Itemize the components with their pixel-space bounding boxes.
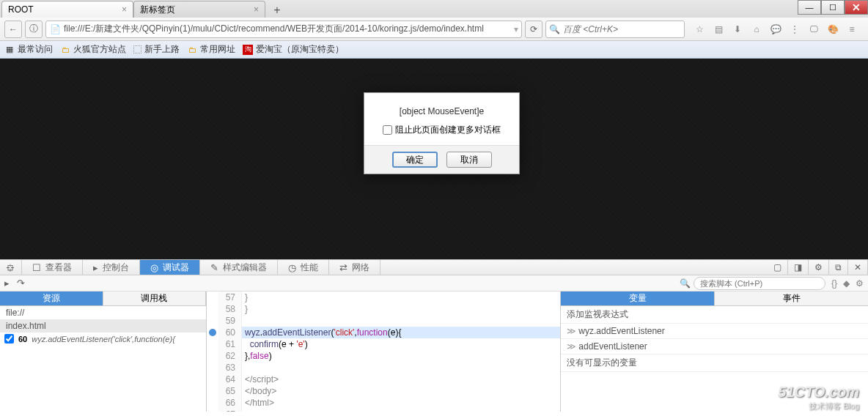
back-button[interactable]: ← <box>4 21 22 38</box>
search-icon: ☐ <box>32 262 41 273</box>
chat-icon[interactable]: 💬 <box>770 23 781 35</box>
pointer-icon: ⯐ <box>6 262 15 273</box>
page-content: [object MouseEvent]e 阻止此页面创建更多对话框 确定 取消 <box>0 59 868 259</box>
events-tab[interactable]: 事件 <box>715 291 868 306</box>
breakpoint-row[interactable]: 60 wyz.addEventListener('click',function… <box>0 333 206 345</box>
bm-label: 新手上路 <box>144 43 180 56</box>
grid-icon: ▦ <box>4 45 15 55</box>
variable-row[interactable]: 没有可显示的变量 <box>561 354 868 372</box>
bookmark-star-icon[interactable]: ☆ <box>694 23 705 35</box>
close-icon[interactable]: × <box>254 4 259 15</box>
variables-panel: 变量 事件 添加监视表达式wyz.addEventListeneraddEven… <box>560 291 868 412</box>
transfer-icon: ⇄ <box>339 262 347 273</box>
file-root[interactable]: file:// <box>0 306 206 319</box>
downloads-icon[interactable]: ⬇ <box>732 23 743 35</box>
variable-row[interactable]: addEventListener <box>561 339 868 354</box>
pretty-print-icon[interactable]: {} <box>831 278 837 289</box>
reload-button[interactable]: ⟳ <box>525 21 542 38</box>
variables-tab[interactable]: 变量 <box>561 291 715 306</box>
bm-item-1[interactable]: 新手上路 <box>133 43 180 56</box>
step-over-icon[interactable]: ↷ <box>17 278 25 289</box>
bm-item-3[interactable]: 淘爱淘宝（原淘宝特卖） <box>243 43 344 56</box>
bm-label: 爱淘宝（原淘宝特卖） <box>256 43 344 56</box>
code-lines[interactable]: }}wyz.addEventListener('click',function(… <box>242 291 560 412</box>
page-icon: 📄 <box>49 23 61 35</box>
dt-tab-style[interactable]: ✎样式编辑器 <box>200 260 278 275</box>
dialog-message: [object MouseEvent]e <box>364 93 519 124</box>
most-visited[interactable]: ▦ 最常访问 <box>4 43 53 56</box>
print-icon[interactable]: 🖵 <box>808 23 820 35</box>
cancel-button[interactable]: 取消 <box>446 152 492 168</box>
close-icon[interactable]: × <box>122 4 127 15</box>
min-button[interactable]: — <box>798 0 821 15</box>
dropdown-icon[interactable]: ▾ <box>514 24 518 34</box>
file-item[interactable]: index.html <box>0 319 206 333</box>
sources-tab[interactable]: 资源 <box>0 291 103 306</box>
variable-row[interactable]: wyz.addEventListener <box>561 324 868 339</box>
browser-tab-0[interactable]: ROOT × <box>1 1 133 18</box>
browser-tab-1[interactable]: 新标签页 × <box>133 1 265 18</box>
folder-icon: 🗀 <box>187 45 197 55</box>
dt-dock-side[interactable]: ◨ <box>788 260 809 275</box>
target-icon: ◎ <box>150 262 158 273</box>
bp-text: wyz.addEventListener('click',function(e)… <box>32 335 175 343</box>
bp-gutter[interactable] <box>207 291 218 412</box>
search-input[interactable] <box>563 24 681 34</box>
dt-popout[interactable]: ⧉ <box>829 260 848 275</box>
tab-title: ROOT <box>8 4 122 15</box>
search-box[interactable]: 🔍 <box>545 21 685 38</box>
paint-icon[interactable]: 🎨 <box>827 23 839 35</box>
callstack-tab[interactable]: 调用栈 <box>103 291 207 306</box>
inspect-toggle[interactable]: ⯐ <box>0 260 22 275</box>
max-button[interactable]: ☐ <box>821 0 845 15</box>
dt-tab-console[interactable]: ▸控制台 <box>83 260 140 275</box>
script-search-input[interactable] <box>694 277 825 290</box>
url-box[interactable]: 📄 ▾ <box>45 21 522 38</box>
bm-label: 最常访问 <box>18 43 53 56</box>
taobao-icon: 淘 <box>243 45 253 55</box>
gear-icon[interactable]: ⚙ <box>856 278 864 289</box>
bm-label: 常用网址 <box>200 43 235 56</box>
close-button[interactable]: ✕ <box>845 0 868 15</box>
debugger-subtoolbar: ▸ ↷ 🔍 {} ◆ ⚙ <box>0 275 868 291</box>
bm-item-2[interactable]: 🗀常用网址 <box>187 43 235 56</box>
bp-checkbox[interactable] <box>4 334 14 343</box>
dotted-icon <box>133 45 141 53</box>
sources-panel: 资源 调用栈 file:// index.html 60 wyz.addEven… <box>0 291 207 412</box>
tab-bar: ROOT × 新标签页 × + <box>0 0 868 18</box>
search-icon: 🔍 <box>680 278 691 289</box>
dt-split-console[interactable]: ▢ <box>768 260 788 275</box>
prevent-dialogs-checkbox[interactable] <box>383 125 392 135</box>
add-tab-button[interactable]: + <box>268 3 286 18</box>
bm-item-0[interactable]: 🗀火狐官方站点 <box>60 43 126 56</box>
clock-icon: ◷ <box>288 262 296 273</box>
resume-icon[interactable]: ▸ <box>4 278 10 289</box>
edit-icon: ✎ <box>210 262 218 273</box>
dt-tab-debugger[interactable]: ◎调试器 <box>140 260 200 275</box>
line-gutter: 57585960616263646566676869 <box>218 291 242 412</box>
devtools-toolbar: ⯐ ☐查看器 ▸控制台 ◎调试器 ✎样式编辑器 ◷性能 ⇄网络 ▢ ◨ ⚙ ⧉ … <box>0 259 868 275</box>
library-icon[interactable]: ▤ <box>713 23 724 35</box>
home-icon[interactable]: ⌂ <box>751 23 762 35</box>
dt-tab-inspector[interactable]: ☐查看器 <box>22 260 83 275</box>
folder-icon: 🗀 <box>60 45 70 55</box>
devtools-body: 资源 调用栈 file:// index.html 60 wyz.addEven… <box>0 291 868 412</box>
checkbox-label: 阻止此页面创建更多对话框 <box>395 124 501 136</box>
code-panel: 57585960616263646566676869 }}wyz.addEven… <box>207 291 560 412</box>
tab-title: 新标签页 <box>140 4 254 16</box>
search-icon: 🔍 <box>549 24 560 34</box>
menu-icon[interactable]: ≡ <box>846 23 858 35</box>
options-icon[interactable]: ⋮ <box>789 23 801 35</box>
identity-button[interactable]: ⓘ <box>25 21 43 38</box>
toggle-bp-icon[interactable]: ◆ <box>843 278 850 289</box>
variable-row[interactable]: 添加监视表达式 <box>561 306 868 324</box>
url-input[interactable] <box>64 24 514 34</box>
dt-settings[interactable]: ⚙ <box>809 260 829 275</box>
bookmarks-bar: ▦ 最常访问 🗀火狐官方站点 新手上路 🗀常用网址 淘爱淘宝（原淘宝特卖） <box>0 41 868 59</box>
dt-close[interactable]: ✕ <box>848 260 868 275</box>
url-bar: ← ⓘ 📄 ▾ ⟳ 🔍 ☆ ▤ ⬇ ⌂ 💬 ⋮ 🖵 🎨 ≡ <box>0 18 868 41</box>
ok-button[interactable]: 确定 <box>392 152 438 168</box>
dt-tab-network[interactable]: ⇄网络 <box>329 260 380 275</box>
bp-line: 60 <box>18 335 27 343</box>
dt-tab-perf[interactable]: ◷性能 <box>278 260 329 275</box>
